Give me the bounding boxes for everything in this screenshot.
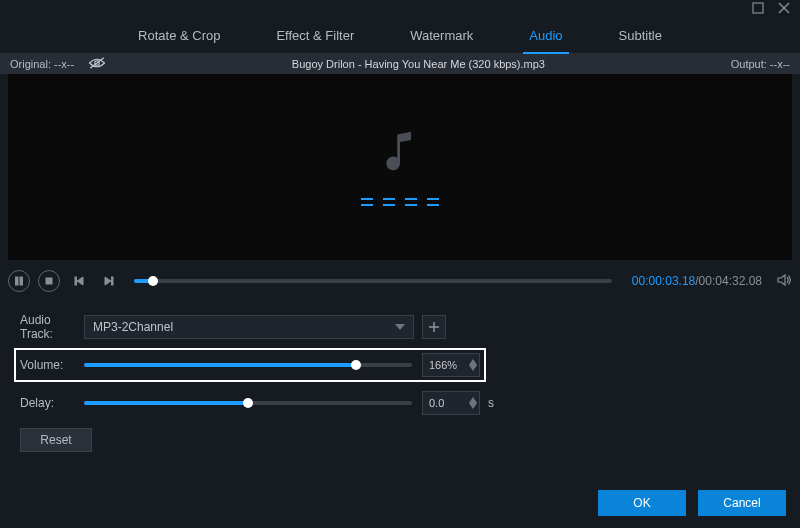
chevron-down-icon[interactable] [469, 403, 477, 409]
playback-progress[interactable] [134, 279, 612, 283]
maximize-icon[interactable] [752, 2, 764, 17]
current-time: 00:00:03.18 [632, 274, 695, 288]
visibility-off-icon[interactable] [88, 57, 106, 71]
file-title: Bugoy Drilon - Having You Near Me (320 k… [106, 58, 731, 70]
delay-spinner[interactable]: 0.0 [422, 391, 480, 415]
chevron-down-icon[interactable] [469, 365, 477, 371]
prev-button[interactable] [68, 270, 90, 292]
transport-bar: 00:00:03.18/00:04:32.08 [8, 266, 792, 296]
add-track-button[interactable] [422, 315, 446, 339]
svg-marker-13 [395, 324, 405, 330]
audio-track-row: Audio Track: MP3-2Channel [20, 312, 780, 342]
delay-value: 0.0 [429, 397, 467, 409]
svg-marker-11 [105, 277, 111, 285]
time-display: 00:00:03.18/00:04:32.08 [632, 274, 762, 288]
tab-audio[interactable]: Audio [529, 18, 562, 53]
volume-spinner[interactable]: 166% [422, 353, 480, 377]
volume-row: Volume: 166% [16, 350, 484, 380]
svg-rect-5 [16, 277, 19, 285]
tab-rotate-crop[interactable]: Rotate & Crop [138, 18, 220, 53]
svg-rect-0 [753, 3, 763, 13]
volume-value: 166% [429, 359, 467, 371]
audio-track-select[interactable]: MP3-2Channel [84, 315, 414, 339]
next-button[interactable] [98, 270, 120, 292]
tab-effect-filter[interactable]: Effect & Filter [276, 18, 354, 53]
tab-watermark[interactable]: Watermark [410, 18, 473, 53]
output-size-label: Output: --x-- [731, 58, 790, 70]
svg-rect-6 [20, 277, 23, 285]
titlebar [0, 0, 800, 18]
volume-label: Volume: [20, 358, 84, 372]
audio-track-value: MP3-2Channel [93, 320, 173, 334]
volume-icon[interactable] [776, 272, 792, 291]
svg-marker-19 [469, 403, 477, 409]
pause-button[interactable] [8, 270, 30, 292]
reset-button[interactable]: Reset [20, 428, 92, 452]
preview-area [8, 74, 792, 260]
tabs-bar: Rotate & Crop Effect & Filter Watermark … [0, 18, 800, 54]
svg-marker-12 [778, 275, 785, 285]
info-bar: Original: --x-- Bugoy Drilon - Having Yo… [0, 54, 800, 74]
chevron-down-icon [395, 320, 405, 334]
delay-slider[interactable] [84, 401, 412, 405]
audio-controls: Audio Track: MP3-2Channel Volume: 166% D… [0, 304, 800, 460]
ok-button[interactable]: OK [598, 490, 686, 516]
svg-marker-17 [469, 365, 477, 371]
stop-button[interactable] [38, 270, 60, 292]
equalizer-icon [361, 198, 439, 206]
svg-marker-9 [77, 277, 83, 285]
svg-rect-7 [46, 278, 52, 284]
delay-unit: s [488, 396, 494, 410]
audio-track-label: Audio Track: [20, 313, 84, 341]
delay-row: Delay: 0.0 s [20, 388, 780, 418]
total-time: 00:04:32.08 [699, 274, 762, 288]
footer: OK Cancel [598, 490, 786, 516]
music-note-icon [383, 129, 417, 176]
tab-subtitle[interactable]: Subtitle [619, 18, 662, 53]
cancel-button[interactable]: Cancel [698, 490, 786, 516]
close-icon[interactable] [778, 2, 790, 17]
volume-slider[interactable] [84, 363, 412, 367]
delay-label: Delay: [20, 396, 84, 410]
original-size-label: Original: --x-- [10, 58, 74, 70]
